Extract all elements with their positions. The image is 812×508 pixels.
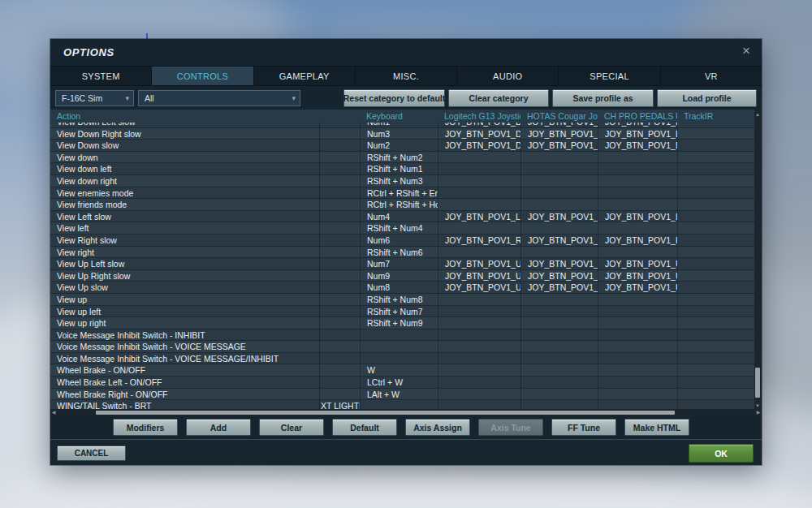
binding-cell[interactable] — [598, 187, 677, 200]
binding-cell[interactable] — [438, 222, 520, 235]
binding-cell[interactable] — [677, 317, 749, 329]
binding-cell[interactable]: JOY_BTN_POV1_UL — [438, 258, 520, 270]
action-cell[interactable]: View friends mode — [50, 199, 319, 211]
table-row[interactable]: Wheel Brake Right - ON/OFFLAlt + W — [50, 389, 754, 401]
save-profile-as-button[interactable]: Save profile as — [552, 89, 654, 107]
binding-cell[interactable] — [677, 140, 749, 152]
table-row[interactable]: View down leftRShift + Num1 — [50, 163, 754, 175]
binding-cell[interactable] — [677, 270, 749, 282]
binding-cell[interactable] — [520, 199, 598, 211]
table-row[interactable]: View upRShift + Num8 — [50, 294, 754, 306]
binding-cell[interactable]: W — [360, 364, 438, 377]
binding-cell[interactable] — [598, 306, 677, 318]
binding-cell[interactable] — [319, 235, 360, 247]
binding-cell[interactable]: JOY_BTN_POV1_U — [598, 282, 677, 294]
axis-assign-button[interactable]: Axis Assign — [405, 419, 470, 436]
scroll-right-icon[interactable]: ▶ — [755, 409, 762, 416]
binding-cell[interactable] — [319, 128, 360, 140]
binding-cell[interactable] — [319, 282, 360, 294]
table-row[interactable]: Wheel Brake - ON/OFFW — [50, 364, 754, 377]
binding-cell[interactable] — [598, 341, 677, 353]
modifiers-button[interactable]: Modifiers — [113, 419, 178, 436]
binding-cell[interactable] — [319, 341, 360, 353]
binding-cell[interactable] — [677, 341, 749, 353]
aircraft-select[interactable]: F-16C Sim ▾ — [55, 90, 134, 106]
binding-cell[interactable]: LCtrl + W — [360, 377, 438, 389]
binding-cell[interactable] — [598, 353, 677, 365]
vertical-scrollbar-thumb[interactable] — [755, 368, 760, 398]
binding-cell[interactable]: JOY_BTN_POV1_L — [520, 211, 598, 223]
binding-cell[interactable]: Num8 — [360, 282, 438, 294]
binding-cell[interactable] — [598, 317, 677, 329]
action-cell[interactable]: Voice Message Inhibit Switch - INHIBIT — [50, 329, 319, 342]
tab-misc[interactable]: MISC. — [356, 67, 457, 85]
binding-cell[interactable]: RShift + Num8 — [360, 294, 438, 306]
binding-cell[interactable] — [520, 163, 598, 175]
binding-cell[interactable]: RShift + Num9 — [360, 317, 438, 329]
binding-cell[interactable]: JOY_BTN_POV1_UL — [520, 258, 598, 270]
action-cell[interactable]: View up — [50, 294, 319, 306]
binding-cell[interactable] — [677, 282, 749, 294]
reset-category-to-default-button[interactable]: Reset category to default — [343, 89, 445, 107]
action-cell[interactable]: View Right slow — [50, 235, 319, 247]
action-cell[interactable]: View Left slow — [50, 211, 319, 223]
action-cell[interactable]: View Down Left slow — [50, 123, 319, 128]
table-row[interactable]: View Down Right slowNum3JOY_BTN_POV1_DRJ… — [50, 128, 754, 140]
table-row[interactable]: View Down Left slowNum1JOY_BTN_POV1_DLJO… — [50, 123, 754, 128]
binding-cell[interactable] — [319, 258, 360, 270]
binding-cell[interactable] — [319, 377, 360, 389]
action-cell[interactable]: View up left — [50, 306, 319, 318]
binding-cell[interactable] — [677, 163, 749, 175]
binding-cell[interactable]: JOY_BTN_POV1_U — [438, 282, 520, 294]
binding-cell[interactable] — [319, 294, 360, 306]
action-cell[interactable]: View enemies mode — [50, 187, 319, 200]
binding-cell[interactable]: JOY_BTN_POV1_DR — [438, 128, 520, 140]
binding-cell[interactable]: JOY_BTN_POV1_DR — [520, 128, 598, 140]
binding-cell[interactable] — [438, 353, 520, 365]
binding-cell[interactable]: Num4 — [360, 211, 438, 223]
binding-cell[interactable] — [438, 389, 520, 401]
binding-cell[interactable]: Num2 — [360, 140, 438, 152]
binding-cell[interactable] — [677, 258, 749, 270]
binding-cell[interactable] — [677, 353, 749, 365]
binding-cell[interactable]: RCtrl + RShift + Home — [360, 199, 438, 211]
action-cell[interactable]: View Down Right slow — [50, 128, 319, 140]
binding-cell[interactable] — [438, 187, 520, 200]
binding-cell[interactable] — [598, 389, 677, 401]
binding-cell[interactable]: RCtrl + RShift + End — [360, 187, 438, 200]
binding-cell[interactable] — [319, 247, 360, 259]
binding-cell[interactable]: RShift + Num4 — [360, 222, 438, 235]
binding-cell[interactable] — [319, 364, 360, 377]
binding-cell[interactable] — [677, 364, 749, 377]
binding-cell[interactable] — [677, 235, 749, 247]
table-row[interactable]: View Left slowNum4JOY_BTN_POV1_LJOY_BTN_… — [50, 211, 754, 223]
action-cell[interactable]: WING/TAIL Switch - BRT — [50, 400, 319, 409]
binding-cell[interactable] — [360, 353, 438, 365]
binding-cell[interactable] — [319, 222, 360, 235]
binding-cell[interactable] — [677, 306, 749, 318]
binding-cell[interactable]: JOY_BTN_POV1_L — [598, 211, 677, 223]
make-html-button[interactable]: Make HTML — [624, 419, 689, 436]
binding-cell[interactable] — [319, 353, 360, 365]
horizontal-scrollbar-thumb[interactable] — [96, 411, 675, 415]
binding-cell[interactable] — [438, 152, 520, 164]
ff-tune-button[interactable]: FF Tune — [551, 419, 616, 436]
action-cell[interactable]: View right — [50, 247, 319, 259]
binding-cell[interactable]: JOY_BTN_POV1_DR — [598, 128, 677, 140]
binding-cell[interactable] — [319, 329, 360, 342]
table-row[interactable]: WING/TAIL Switch - BRTXT LIGHTIN — [50, 400, 754, 409]
action-cell[interactable]: View Up slow — [50, 282, 319, 294]
binding-cell[interactable]: RShift + Num7 — [360, 306, 438, 318]
table-row[interactable]: View friends modeRCtrl + RShift + Home — [50, 199, 754, 211]
binding-cell[interactable] — [677, 199, 749, 211]
action-cell[interactable]: View down — [50, 152, 319, 164]
binding-cell[interactable] — [598, 400, 677, 409]
binding-cell[interactable]: JOY_BTN_POV1_UR — [520, 270, 598, 282]
binding-cell[interactable]: Num6 — [360, 235, 438, 247]
binding-cell[interactable] — [438, 377, 520, 389]
table-row[interactable]: View leftRShift + Num4 — [50, 222, 754, 235]
binding-cell[interactable] — [438, 400, 520, 409]
binding-cell[interactable]: Num3 — [360, 128, 438, 140]
binding-cell[interactable] — [319, 270, 360, 282]
binding-cell[interactable] — [520, 222, 598, 235]
